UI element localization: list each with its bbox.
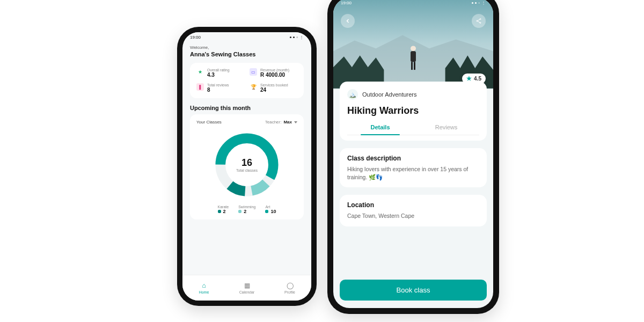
share-icon <box>475 18 482 24</box>
legend-item: Karate 2 <box>218 205 229 214</box>
teacher-value: Max <box>283 120 292 125</box>
donut-total-value: 16 <box>241 157 252 169</box>
book-class-button[interactable]: Book class <box>340 280 487 301</box>
legend-item: Art 10 <box>265 205 276 214</box>
back-button[interactable] <box>341 14 355 28</box>
stat-value: 4.3 <box>207 72 230 78</box>
svg-point-11 <box>480 23 481 24</box>
legend-swatch <box>265 210 268 213</box>
hero-image: 19:00 ◦⋮ ★ 4.5 <box>333 0 493 89</box>
teacher-label: Teacher: <box>265 120 282 125</box>
stat-booked: 🏆 Services booked 24 <box>250 83 297 93</box>
detail-phone: 19:00 ◦⋮ ★ 4.5 <box>327 0 499 314</box>
legend-value: 2 <box>223 209 226 214</box>
nav-label: Profile <box>284 290 295 294</box>
legend-label: Art <box>265 205 276 209</box>
legend-label: Karate <box>218 205 229 209</box>
document-icon: ❚ <box>196 83 204 91</box>
stat-revenue: ▭ Revenue (month) R 4000.00 <box>250 68 297 78</box>
organizer-logo-icon: 🏔️ <box>347 89 358 100</box>
star-icon: ★ <box>196 68 204 76</box>
status-icons: ◦⋮ <box>290 35 304 40</box>
donut-total-label: Total classes <box>236 169 258 172</box>
nav-home[interactable]: ⌂ Home <box>182 275 225 301</box>
location-section: Location Cape Town, Western Cape <box>340 195 487 226</box>
description-text: Hiking lovers with experience in over 15… <box>347 165 479 181</box>
detail-tabs: Details Reviews <box>347 124 479 135</box>
stat-value: 24 <box>260 87 288 93</box>
class-detail-card: 🏔️ Outdoor Adventurers Hiking Warriors D… <box>340 82 487 141</box>
donut-legend: Karate 2 Swimming 2 Art 10 <box>196 205 297 214</box>
tab-details[interactable]: Details <box>347 124 413 135</box>
legend-value: 2 <box>244 209 246 214</box>
nav-profile[interactable]: ◯ Profile <box>268 275 311 301</box>
profile-icon: ◯ <box>287 282 294 289</box>
calendar-icon: ▦ <box>244 282 250 289</box>
stat-overall-rating: ★ Overall rating 4.3 <box>196 68 244 78</box>
svg-point-10 <box>477 20 478 21</box>
chevron-down-icon <box>294 121 297 123</box>
welcome-name: Anna's Sewing Classes <box>190 51 304 57</box>
share-button[interactable] <box>472 14 486 28</box>
svg-point-9 <box>480 19 481 20</box>
arrow-left-icon <box>345 18 351 24</box>
location-heading: Location <box>347 201 479 209</box>
organizer-row[interactable]: 🏔️ Outdoor Adventurers <box>347 89 479 100</box>
stat-label: Revenue (month) <box>260 68 289 72</box>
svg-rect-7 <box>411 62 413 70</box>
nav-calendar[interactable]: ▦ Calendar <box>225 275 268 301</box>
trophy-icon: 🏆 <box>250 83 257 91</box>
stat-label: Overall rating <box>207 68 230 72</box>
tab-reviews[interactable]: Reviews <box>413 124 479 135</box>
nav-label: Home <box>199 290 209 294</box>
bottom-nav: ⌂ Home ▦ Calendar ◯ Profile <box>182 275 311 301</box>
teacher-selector[interactable]: Teacher: Max <box>265 120 297 125</box>
classes-card-title: Your Classes <box>196 120 222 125</box>
stat-label: Services booked <box>260 83 288 87</box>
legend-label: Swimming <box>238 205 255 209</box>
card-icon: ▭ <box>250 68 257 76</box>
svg-rect-6 <box>411 51 416 62</box>
classes-card: Your Classes Teacher: Max <box>190 114 304 219</box>
stat-value: R 4000.00 <box>260 72 289 78</box>
status-bar: 19:00 ◦⋮ <box>333 0 493 8</box>
stat-reviews: ❚ Total reviews 8 <box>196 83 244 93</box>
nav-label: Calendar <box>239 290 254 294</box>
rating-value: 4.5 <box>474 76 481 82</box>
location-text: Cape Town, Western Cape <box>347 212 479 220</box>
legend-value: 10 <box>270 209 276 214</box>
status-time: 19:00 <box>341 1 352 5</box>
legend-swatch <box>218 210 221 213</box>
welcome-label: Welcome, <box>190 45 304 50</box>
status-icons: ◦⋮ <box>472 1 486 5</box>
classes-donut-chart: 16 Total classes <box>212 130 282 200</box>
upcoming-heading: Upcoming this month <box>190 105 304 111</box>
svg-rect-8 <box>414 62 415 70</box>
stat-label: Total reviews <box>207 83 229 87</box>
home-icon: ⌂ <box>202 282 206 289</box>
svg-point-5 <box>411 46 416 51</box>
stats-card: ★ Overall rating 4.3 ▭ Revenue (month) R… <box>190 63 304 98</box>
status-time: 19:00 <box>190 35 201 40</box>
organizer-name: Outdoor Adventurers <box>362 91 417 98</box>
stat-value: 8 <box>207 87 229 93</box>
description-section: Class description Hiking lovers with exp… <box>340 148 487 187</box>
dashboard-phone: 19:00 ◦⋮ Welcome, Anna's Sewing Classes … <box>177 27 317 306</box>
class-title: Hiking Warriors <box>347 105 479 116</box>
legend-swatch <box>238 210 241 213</box>
description-heading: Class description <box>347 155 479 162</box>
status-bar: 19:00 ◦⋮ <box>182 32 311 42</box>
legend-item: Swimming 2 <box>238 205 255 214</box>
